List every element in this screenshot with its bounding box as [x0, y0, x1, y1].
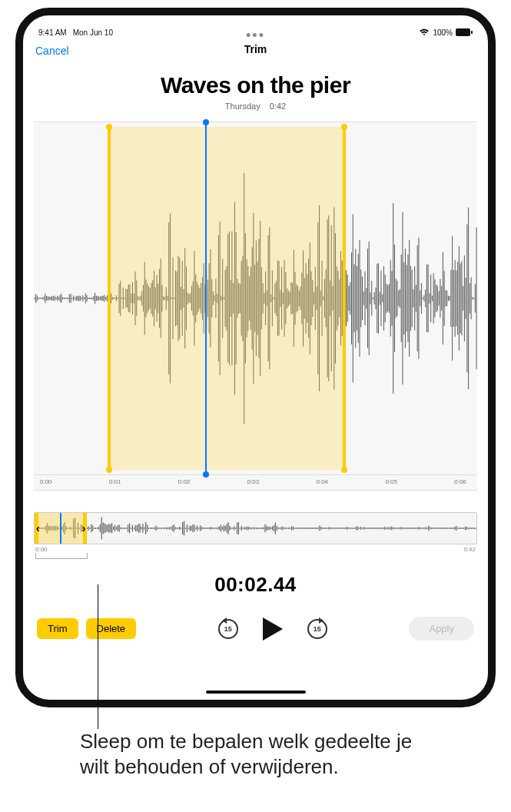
- nav-bar: ••• Cancel Trim: [34, 38, 477, 60]
- overview-playhead[interactable]: [60, 513, 61, 544]
- ruler-tick: 0:01: [106, 478, 175, 490]
- screen-title: Trim: [244, 43, 267, 55]
- status-date: Mon Jun 10: [73, 28, 113, 37]
- controls-row: Trim Delete 15 15 Apply: [34, 617, 477, 641]
- skip-back-15-button[interactable]: 15: [217, 617, 240, 641]
- trim-handle-right[interactable]: [343, 127, 346, 470]
- multitasking-dots-icon[interactable]: •••: [246, 28, 265, 44]
- recording-duration: 0:42: [270, 102, 286, 111]
- wifi-icon: [419, 28, 430, 36]
- ruler-tick: 0:03: [244, 478, 314, 490]
- overview-labels: 0:00 0:42: [34, 544, 477, 553]
- cancel-button[interactable]: Cancel: [35, 45, 69, 57]
- status-time: 9:41 AM: [38, 28, 67, 37]
- recording-title: Waves on the pier: [34, 72, 477, 98]
- trim-button[interactable]: Trim: [37, 618, 78, 639]
- waveform-overview[interactable]: ‹ ›: [34, 512, 477, 544]
- overview-bracket-marker: [35, 553, 88, 559]
- trim-handle-left[interactable]: [108, 127, 111, 470]
- ipad-frame: 9:41 AM Mon Jun 10 100% ••• Cancel Trim …: [15, 8, 496, 707]
- overview-handle-left-icon[interactable]: ‹: [36, 522, 40, 534]
- apply-button[interactable]: Apply: [409, 617, 474, 641]
- battery-percent: 100%: [433, 28, 453, 37]
- recording-day: Thursday: [225, 102, 260, 111]
- skip-forward-icon: 15: [307, 619, 327, 639]
- ruler-tick: 0:00: [37, 478, 106, 490]
- time-ruler: 0:00 0:01 0:02 0:03 0:04 0:05 0:06: [34, 475, 477, 491]
- battery-icon: [456, 28, 473, 36]
- overview-graphic: [35, 513, 476, 544]
- playhead-time-display: 00:02.44: [34, 573, 477, 597]
- ruler-tick: 0:04: [314, 478, 383, 490]
- recording-header: Waves on the pier Thursday 0:42: [34, 72, 477, 111]
- overview-handle-right-icon[interactable]: ›: [82, 522, 86, 534]
- skip-forward-15-button[interactable]: 15: [306, 617, 329, 641]
- ruler-tick: 0:05: [382, 478, 451, 490]
- ruler-tick: 0:02: [175, 478, 244, 490]
- delete-button[interactable]: Delete: [86, 618, 137, 639]
- overview-start: 0:00: [35, 546, 48, 553]
- ruler-tick: 0:06: [451, 478, 474, 490]
- callout-caption: Sleep om te bepalen welk gedeelte je wil…: [80, 729, 433, 779]
- playhead[interactable]: [205, 122, 207, 474]
- home-indicator[interactable]: [206, 691, 306, 694]
- trim-selection[interactable]: [109, 127, 344, 470]
- skip-back-icon: 15: [218, 619, 238, 639]
- svg-rect-0: [456, 28, 470, 36]
- play-icon: [263, 617, 283, 641]
- play-button[interactable]: [263, 617, 283, 641]
- overview-end: 0:42: [463, 546, 476, 553]
- waveform-main[interactable]: [34, 121, 477, 475]
- callout-leader-line: [98, 584, 98, 729]
- svg-rect-1: [471, 31, 473, 34]
